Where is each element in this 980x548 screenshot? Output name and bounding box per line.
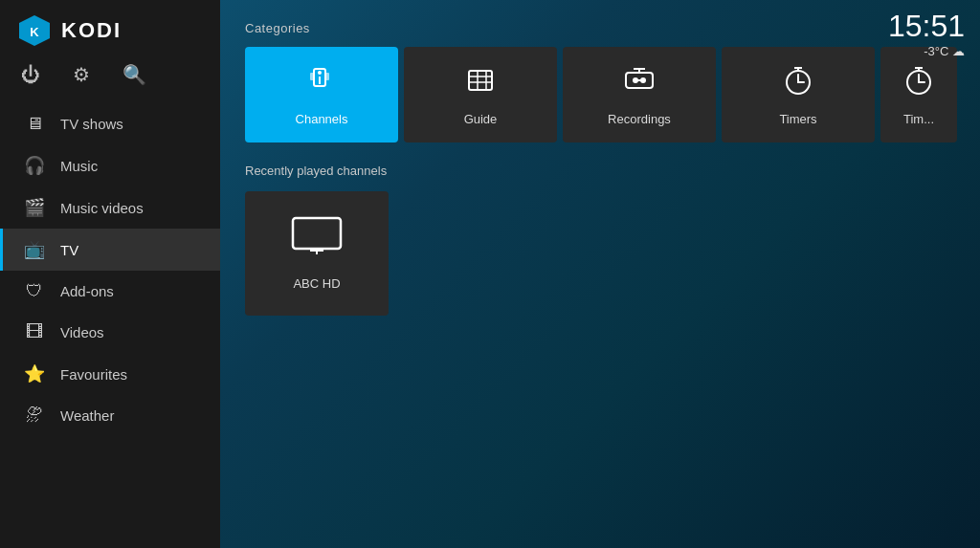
main-content: 15:51 -3°C ☁ Categories Channels Guide R… <box>220 0 980 548</box>
guide-icon <box>463 63 498 104</box>
category-tile-guide[interactable]: Guide <box>404 47 557 142</box>
svg-rect-5 <box>310 73 314 80</box>
abc-hd-tv-icon <box>291 216 343 265</box>
add-ons-icon: 🛡 <box>24 281 45 301</box>
sidebar-item-tv-shows[interactable]: 🖥TV shows <box>0 103 220 144</box>
favourites-icon: ⭐ <box>24 363 45 384</box>
sidebar-item-tv-label: TV <box>60 242 78 258</box>
category-tile-recordings-label: Recordings <box>608 112 671 126</box>
category-tile-timers[interactable]: Timers <box>722 47 875 142</box>
clock-area: 15:51 -3°C ☁ <box>888 10 965 58</box>
sidebar-item-music-videos-label: Music videos <box>60 200 144 216</box>
category-tile-channels-label: Channels <box>296 112 348 126</box>
main-navigation: 🖥TV shows🎧Music🎬Music videos📺TV🛡Add-ons🎞… <box>0 103 220 548</box>
category-tile-timers2-label: Tim... <box>903 112 934 126</box>
sidebar-item-music-label: Music <box>60 158 98 174</box>
category-tiles-container: Channels Guide Recordings Timers Tim. <box>245 47 957 142</box>
svg-point-3 <box>318 71 322 75</box>
search-button[interactable]: 🔍 <box>122 63 146 86</box>
recent-items-container: ABC HD <box>245 191 957 316</box>
svg-rect-7 <box>469 71 492 90</box>
music-icon: 🎧 <box>24 155 45 176</box>
sidebar-item-videos[interactable]: 🎞Videos <box>0 312 220 353</box>
logo-area: K KODI <box>0 0 220 57</box>
tv-shows-icon: 🖥 <box>24 114 45 134</box>
sidebar-item-music-videos[interactable]: 🎬Music videos <box>0 186 220 229</box>
sidebar-item-videos-label: Videos <box>60 324 104 340</box>
sidebar-item-tv-shows-label: TV shows <box>60 116 123 132</box>
sidebar-item-add-ons[interactable]: 🛡Add-ons <box>0 271 220 312</box>
weather-icon: ⛈ <box>24 406 45 426</box>
kodi-logo-icon: K <box>17 13 52 48</box>
videos-icon: 🎞 <box>24 322 45 342</box>
music-videos-icon: 🎬 <box>24 197 45 218</box>
recordings-icon <box>622 63 657 104</box>
svg-rect-6 <box>325 73 329 80</box>
top-icons-bar: ⏻ ⚙ 🔍 <box>0 57 220 99</box>
svg-text:K: K <box>30 25 39 39</box>
app-title: KODI <box>61 18 122 43</box>
recent-channels-label: Recently played channels <box>245 164 957 178</box>
sidebar-item-tv[interactable]: 📺TV <box>0 229 220 271</box>
timers2-icon <box>902 63 936 104</box>
recent-item-abc-hd[interactable]: ABC HD <box>245 191 389 316</box>
timers-icon <box>781 63 815 104</box>
sidebar-item-favourites-label: Favourites <box>60 366 127 383</box>
category-tile-timers-label: Timers <box>779 112 816 126</box>
power-button[interactable]: ⏻ <box>21 64 40 86</box>
category-tile-timers2[interactable]: Tim... <box>880 47 957 142</box>
categories-label: Categories <box>245 21 957 35</box>
category-tile-recordings[interactable]: Recordings <box>563 47 716 142</box>
channels-icon <box>304 63 339 104</box>
category-tile-channels[interactable]: Channels <box>245 47 398 142</box>
sidebar-item-add-ons-label: Add-ons <box>60 283 114 299</box>
tv-icon: 📺 <box>24 239 45 260</box>
clock-display: 15:51 <box>888 10 965 43</box>
sidebar-item-favourites[interactable]: ⭐Favourites <box>0 353 220 395</box>
sidebar-item-weather-label: Weather <box>60 407 114 424</box>
recent-item-abc-hd-label: ABC HD <box>293 276 340 291</box>
sidebar-item-weather[interactable]: ⛈Weather <box>0 395 220 436</box>
svg-rect-28 <box>293 218 341 249</box>
category-tile-guide-label: Guide <box>464 112 498 126</box>
sidebar-item-music[interactable]: 🎧Music <box>0 144 220 186</box>
weather-display: -3°C ☁ <box>888 44 965 58</box>
sidebar: K KODI ⏻ ⚙ 🔍 🖥TV shows🎧Music🎬Music video… <box>0 0 220 548</box>
settings-button[interactable]: ⚙ <box>73 63 90 86</box>
